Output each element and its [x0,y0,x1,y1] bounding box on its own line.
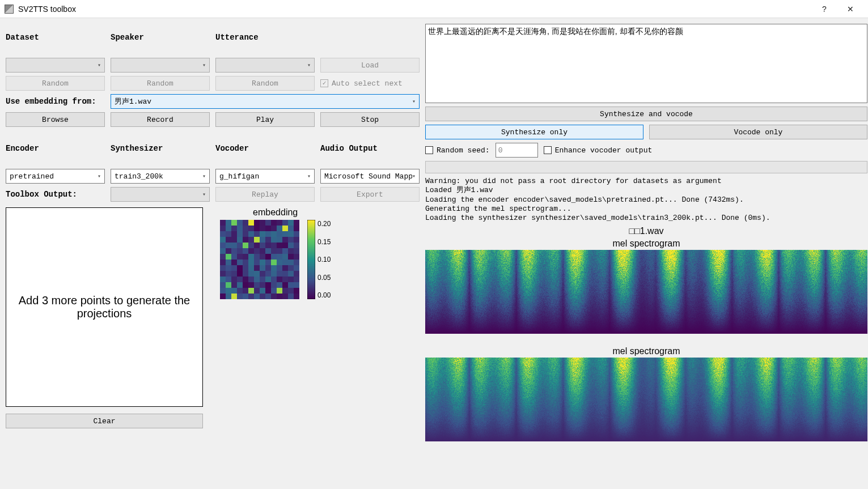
vocoder-select[interactable]: g_hifigan▾ [215,169,315,184]
dataset-select[interactable]: ▾ [6,58,105,73]
mel-title-1: mel spectrogram [612,239,680,249]
checkbox-icon [544,146,552,154]
browse-button[interactable]: Browse [6,112,105,127]
replay-button[interactable]: Replay [215,187,315,202]
mel-spectrogram-1 [425,250,867,334]
chevron-down-icon: ▾ [98,173,101,180]
synthesizer-select[interactable]: train3_200k▾ [111,169,210,184]
encoder-select[interactable]: pretrained▾ [6,169,105,184]
load-button[interactable]: Load [320,58,420,73]
titlebar: SV2TTS toolbox ? ✕ [0,0,868,18]
synthesize-only-button[interactable]: Synthesize only [425,125,643,139]
text-input[interactable] [425,24,867,103]
speaker-select[interactable]: ▾ [111,58,210,73]
embedding-plot: embedding 0.20 0.15 0.10 0.05 0.00 [220,207,331,428]
random-seed-checkbox[interactable]: Random seed: [425,146,490,155]
random-seed-label: Random seed: [437,146,490,155]
audio-output-select[interactable]: Microsoft Sound Mapper▾ [320,169,420,184]
chevron-down-icon: ▾ [412,98,416,105]
chevron-down-icon: ▾ [202,62,206,69]
encoder-value: pretrained [10,172,54,181]
stop-button[interactable]: Stop [320,112,420,127]
chevron-down-icon: ▾ [202,191,206,198]
audio-output-value: Microsoft Sound Mapper [324,172,412,181]
auto-select-label: Auto select next [332,79,403,88]
vocoder-value: g_hifigan [219,172,259,181]
help-button[interactable]: ? [811,0,837,18]
export-button[interactable]: Export [320,187,420,202]
utterance-random-button[interactable]: Random [215,76,315,91]
encoder-label: Encoder [6,142,105,155]
synthesizer-label: Synthesizer [111,142,210,155]
dataset-random-button[interactable]: Random [6,76,105,91]
chevron-down-icon: ▾ [307,62,311,69]
clear-button[interactable]: Clear [6,414,203,428]
audio-output-label: Audio Output [320,142,420,155]
chevron-down-icon: ▾ [202,173,206,180]
utterance-select[interactable]: ▾ [215,58,315,73]
mel-spectrogram-2 [425,358,867,441]
speaker-label: Speaker [111,31,210,44]
mel-title-2: mel spectrogram [612,346,680,356]
log-output: Warning: you did not pass a root directo… [425,177,867,223]
progress-bar [425,161,867,173]
spectrogram-1: □□1.wav mel spectrogram [425,226,867,334]
enhance-checkbox[interactable]: Enhance vocoder output [544,146,653,155]
embedding-heatmap [220,220,299,299]
enhance-label: Enhance vocoder output [555,146,653,155]
app-icon [5,5,14,14]
play-button[interactable]: Play [215,112,315,127]
utterance-label: Utterance [215,31,315,44]
speaker-random-button[interactable]: Random [111,76,210,91]
toolbox-output-select[interactable]: ▾ [111,187,210,202]
auto-select-checkbox[interactable]: ✓Auto select next [320,76,420,91]
spectrogram-file-label: □□1.wav [629,226,663,236]
checkbox-icon [425,146,433,154]
synthesizer-value: train3_200k [115,172,163,181]
dataset-label: Dataset [6,31,105,44]
chevron-down-icon: ▾ [307,173,311,180]
embedding-title: embedding [253,207,298,218]
checkbox-icon: ✓ [320,79,328,87]
close-button[interactable]: ✕ [837,0,863,18]
projection-placeholder: Add 3 more points to generate the projec… [6,207,203,407]
vocoder-label: Vocoder [215,142,315,155]
synthesize-vocode-button[interactable]: Synthesize and vocode [425,107,867,121]
record-button[interactable]: Record [111,112,210,127]
vocode-only-button[interactable]: Vocode only [649,125,867,139]
chevron-down-icon: ▾ [98,62,101,69]
embedding-select[interactable]: 男声1.wav▾ [111,94,420,109]
spectrogram-2: mel spectrogram [425,344,867,441]
chevron-down-icon: ▾ [412,173,416,180]
toolbox-output-label: Toolbox Output: [6,188,105,201]
colorbar [307,220,315,299]
embedding-value: 男声1.wav [115,96,151,107]
seed-input[interactable] [496,143,538,158]
window-title: SV2TTS toolbox [18,5,811,14]
use-embedding-label: Use embedding from: [6,95,105,108]
colorbar-ticks: 0.20 0.15 0.10 0.05 0.00 [317,220,331,299]
